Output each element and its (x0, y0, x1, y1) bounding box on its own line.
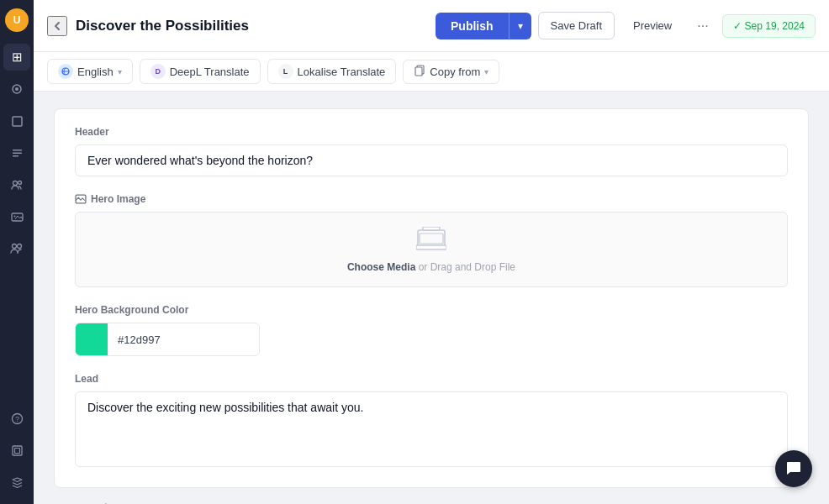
svg-rect-4 (13, 152, 22, 154)
svg-point-6 (13, 181, 18, 186)
drag-drop-text: or Drag and Drop File (419, 261, 515, 273)
svg-rect-3 (13, 150, 22, 151)
svg-point-10 (13, 244, 17, 249)
topbar-actions: Publish ▾ Save Draft Preview ··· ✓ Sep 1… (436, 12, 816, 39)
deepl-label: DeepL Translate (170, 66, 250, 78)
avatar[interactable]: U (5, 8, 29, 32)
language-arrow-icon: ▾ (118, 67, 122, 76)
svg-rect-14 (13, 446, 22, 455)
header-field-section: Header (75, 126, 788, 176)
svg-rect-23 (416, 245, 446, 249)
color-swatch[interactable] (76, 323, 108, 355)
deepl-translate-button[interactable]: D DeepL Translate (140, 59, 261, 84)
topbar: Discover the Possibilities Publish ▾ Sav… (34, 0, 829, 52)
chat-bubble[interactable] (775, 450, 812, 487)
back-button[interactable] (47, 16, 67, 36)
main-area: Discover the Possibilities Publish ▾ Sav… (34, 0, 829, 504)
svg-point-20 (77, 197, 79, 199)
choose-media-label: Choose Media (347, 261, 415, 273)
toolbar: English ▾ D DeepL Translate L Lokalise T… (34, 52, 829, 92)
status-badge: ✓ Sep 19, 2024 (722, 14, 816, 38)
more-button[interactable]: ··· (690, 13, 715, 39)
lead-label: Lead (75, 373, 788, 385)
stack-icon[interactable] (3, 469, 30, 496)
publish-button-group: Publish ▾ (436, 13, 531, 39)
color-picker (75, 323, 260, 356)
publish-dropdown-arrow[interactable]: ▾ (509, 13, 531, 39)
users-icon[interactable] (3, 235, 30, 262)
svg-point-1 (15, 87, 18, 91)
language-selector[interactable]: English ▾ (47, 59, 133, 84)
svg-point-11 (18, 244, 22, 249)
svg-rect-15 (14, 448, 19, 453)
copy-from-icon (414, 65, 425, 79)
sidebar: U ⊞ ? (0, 0, 34, 504)
drop-text: Choose Media or Drag and Drop File (347, 261, 515, 273)
home-icon[interactable]: ⊞ (3, 44, 30, 71)
help-icon[interactable]: ? (3, 405, 30, 432)
hero-image-field-section: Hero Image Choose Media or Drag and Dr (75, 193, 788, 287)
svg-rect-2 (13, 117, 22, 126)
svg-point-9 (13, 215, 15, 217)
copy-from-arrow-icon: ▾ (484, 67, 488, 76)
upload-icon (416, 227, 446, 256)
hero-image-label: Hero Image (75, 193, 788, 205)
status-check-icon: ✓ (733, 20, 742, 32)
copy-from-button[interactable]: Copy from ▾ (403, 60, 499, 84)
svg-rect-5 (13, 155, 18, 157)
lokalise-translate-button[interactable]: L Lokalise Translate (267, 59, 397, 84)
lead-field-section: Lead (75, 373, 788, 470)
media-icon[interactable] (3, 203, 30, 230)
svg-rect-21 (418, 230, 445, 247)
team-icon[interactable] (3, 171, 30, 198)
form-card: Header Hero Image (54, 108, 809, 488)
svg-point-7 (18, 181, 22, 185)
svg-text:?: ? (14, 415, 18, 423)
svg-rect-24 (420, 234, 443, 244)
svg-rect-22 (423, 227, 440, 230)
lokalise-icon: L (278, 64, 293, 79)
blog-icon[interactable] (3, 76, 30, 102)
deepl-icon: D (150, 64, 166, 79)
preview-button[interactable]: Preview (621, 13, 684, 39)
save-draft-button[interactable]: Save Draft (538, 12, 615, 39)
header-field-label: Header (75, 126, 788, 138)
language-label: English (77, 66, 114, 78)
hero-image-dropzone[interactable]: Choose Media or Drag and Drop File (75, 212, 788, 287)
publish-button[interactable]: Publish (436, 13, 509, 39)
lokalise-label: Lokalise Translate (298, 66, 386, 78)
lead-textarea[interactable] (75, 391, 788, 467)
content-area: Header Hero Image (34, 92, 829, 504)
header-input[interactable] (75, 144, 788, 176)
status-date: Sep 19, 2024 (745, 20, 805, 32)
language-icon (58, 64, 73, 79)
svg-rect-18 (415, 67, 422, 76)
color-value-input[interactable] (108, 327, 260, 353)
pages-icon[interactable] (3, 108, 30, 134)
content-icon[interactable] (3, 139, 30, 166)
page-title: Discover the Possibilities (76, 18, 427, 34)
bg-color-field-section: Hero Background Color (75, 304, 788, 356)
layers-icon[interactable] (3, 437, 30, 464)
bg-color-label: Hero Background Color (75, 304, 788, 316)
copy-from-label: Copy from (430, 66, 480, 78)
